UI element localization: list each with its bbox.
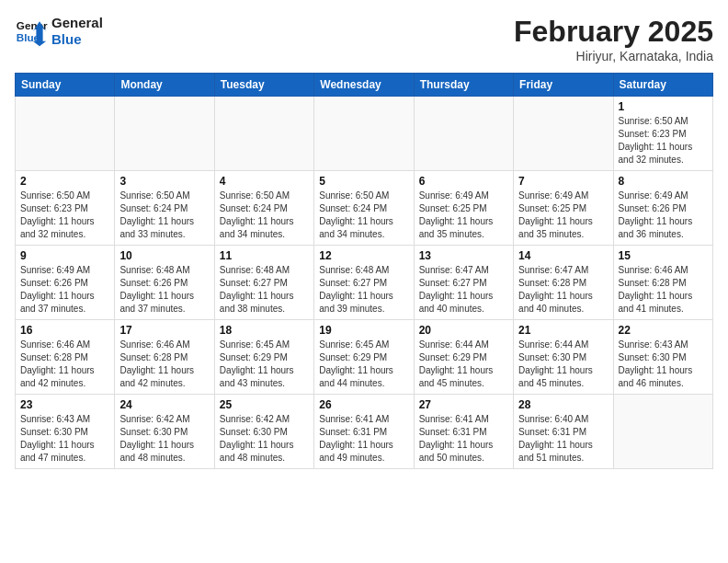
calendar-week-row: 2Sunrise: 6:50 AM Sunset: 6:23 PM Daylig… [16, 171, 713, 246]
day-info: Sunrise: 6:44 AM Sunset: 6:29 PM Dayligh… [419, 339, 508, 390]
day-of-week-header: Tuesday [214, 74, 313, 97]
logo-blue-text: Blue [51, 31, 103, 48]
day-info: Sunrise: 6:50 AM Sunset: 6:24 PM Dayligh… [220, 190, 309, 241]
calendar-cell: 25Sunrise: 6:42 AM Sunset: 6:30 PM Dayli… [214, 395, 313, 469]
calendar-cell: 15Sunrise: 6:46 AM Sunset: 6:28 PM Dayli… [613, 246, 712, 320]
day-of-week-header: Wednesday [314, 74, 414, 97]
calendar-cell [613, 395, 712, 469]
calendar-cell [214, 97, 313, 171]
calendar-cell: 14Sunrise: 6:47 AM Sunset: 6:28 PM Dayli… [514, 246, 613, 320]
day-number: 7 [518, 175, 608, 188]
calendar-week-row: 23Sunrise: 6:43 AM Sunset: 6:30 PM Dayli… [16, 395, 713, 469]
calendar-cell [16, 97, 115, 171]
day-info: Sunrise: 6:42 AM Sunset: 6:30 PM Dayligh… [220, 413, 309, 465]
day-number: 12 [319, 249, 408, 262]
day-info: Sunrise: 6:41 AM Sunset: 6:31 PM Dayligh… [419, 413, 508, 465]
day-number: 24 [119, 398, 209, 411]
day-number: 17 [119, 324, 209, 337]
day-number: 8 [619, 175, 708, 188]
calendar-table: SundayMondayTuesdayWednesdayThursdayFrid… [15, 73, 713, 469]
logo-general-text: General [51, 15, 103, 31]
calendar-cell: 2Sunrise: 6:50 AM Sunset: 6:23 PM Daylig… [16, 171, 115, 246]
calendar-cell: 10Sunrise: 6:48 AM Sunset: 6:26 PM Dayli… [115, 246, 214, 320]
day-info: Sunrise: 6:50 AM Sunset: 6:23 PM Dayligh… [619, 115, 708, 167]
calendar-cell: 3Sunrise: 6:50 AM Sunset: 6:24 PM Daylig… [115, 171, 214, 246]
day-of-week-header: Saturday [613, 74, 712, 97]
day-info: Sunrise: 6:48 AM Sunset: 6:27 PM Dayligh… [319, 264, 408, 316]
calendar-cell: 12Sunrise: 6:48 AM Sunset: 6:27 PM Dayli… [314, 246, 414, 320]
title-block: February 2025 Hiriyur, Karnataka, India [514, 15, 713, 63]
month-title: February 2025 [514, 15, 713, 49]
calendar-cell [115, 97, 214, 171]
calendar-cell: 11Sunrise: 6:48 AM Sunset: 6:27 PM Dayli… [214, 246, 313, 320]
day-info: Sunrise: 6:50 AM Sunset: 6:24 PM Dayligh… [319, 190, 408, 241]
calendar-cell: 4Sunrise: 6:50 AM Sunset: 6:24 PM Daylig… [214, 171, 313, 246]
calendar-cell: 8Sunrise: 6:49 AM Sunset: 6:26 PM Daylig… [613, 171, 712, 246]
day-number: 18 [220, 324, 309, 337]
day-number: 13 [419, 249, 508, 262]
day-info: Sunrise: 6:46 AM Sunset: 6:28 PM Dayligh… [619, 264, 708, 316]
day-info: Sunrise: 6:49 AM Sunset: 6:25 PM Dayligh… [518, 190, 608, 241]
day-info: Sunrise: 6:43 AM Sunset: 6:30 PM Dayligh… [619, 339, 708, 390]
day-number: 16 [20, 324, 109, 337]
page-header: General Blue General Blue February 2025 … [15, 15, 713, 63]
calendar-cell: 24Sunrise: 6:42 AM Sunset: 6:30 PM Dayli… [115, 395, 214, 469]
day-number: 5 [319, 175, 408, 188]
day-info: Sunrise: 6:45 AM Sunset: 6:29 PM Dayligh… [220, 339, 309, 390]
day-info: Sunrise: 6:41 AM Sunset: 6:31 PM Dayligh… [319, 413, 408, 465]
day-number: 28 [518, 398, 608, 411]
calendar-cell: 22Sunrise: 6:43 AM Sunset: 6:30 PM Dayli… [613, 320, 712, 395]
calendar-cell [514, 97, 613, 171]
calendar-cell: 7Sunrise: 6:49 AM Sunset: 6:25 PM Daylig… [514, 171, 613, 246]
calendar-week-row: 1Sunrise: 6:50 AM Sunset: 6:23 PM Daylig… [16, 97, 713, 171]
calendar-cell: 6Sunrise: 6:49 AM Sunset: 6:25 PM Daylig… [414, 171, 513, 246]
day-info: Sunrise: 6:46 AM Sunset: 6:28 PM Dayligh… [119, 339, 209, 390]
calendar-cell: 13Sunrise: 6:47 AM Sunset: 6:27 PM Dayli… [414, 246, 513, 320]
day-info: Sunrise: 6:47 AM Sunset: 6:27 PM Dayligh… [419, 264, 508, 316]
day-info: Sunrise: 6:42 AM Sunset: 6:30 PM Dayligh… [119, 413, 209, 465]
logo-icon: General Blue [15, 15, 48, 48]
calendar-cell: 26Sunrise: 6:41 AM Sunset: 6:31 PM Dayli… [314, 395, 414, 469]
day-number: 15 [619, 249, 708, 262]
calendar-cell: 19Sunrise: 6:45 AM Sunset: 6:29 PM Dayli… [314, 320, 414, 395]
day-number: 4 [220, 175, 309, 188]
day-number: 22 [619, 324, 708, 337]
logo: General Blue General Blue [15, 15, 103, 48]
day-number: 27 [419, 398, 508, 411]
calendar-cell: 18Sunrise: 6:45 AM Sunset: 6:29 PM Dayli… [214, 320, 313, 395]
calendar-cell: 9Sunrise: 6:49 AM Sunset: 6:26 PM Daylig… [16, 246, 115, 320]
day-of-week-header: Sunday [16, 74, 115, 97]
calendar-cell: 23Sunrise: 6:43 AM Sunset: 6:30 PM Dayli… [16, 395, 115, 469]
day-number: 6 [419, 175, 508, 188]
calendar-cell [414, 97, 513, 171]
calendar-cell: 16Sunrise: 6:46 AM Sunset: 6:28 PM Dayli… [16, 320, 115, 395]
day-number: 20 [419, 324, 508, 337]
calendar-cell: 20Sunrise: 6:44 AM Sunset: 6:29 PM Dayli… [414, 320, 513, 395]
day-info: Sunrise: 6:49 AM Sunset: 6:26 PM Dayligh… [619, 190, 708, 241]
day-info: Sunrise: 6:50 AM Sunset: 6:24 PM Dayligh… [119, 190, 209, 241]
day-number: 2 [20, 175, 109, 188]
calendar-cell: 5Sunrise: 6:50 AM Sunset: 6:24 PM Daylig… [314, 171, 414, 246]
day-info: Sunrise: 6:50 AM Sunset: 6:23 PM Dayligh… [20, 190, 109, 241]
day-info: Sunrise: 6:47 AM Sunset: 6:28 PM Dayligh… [518, 264, 608, 316]
day-info: Sunrise: 6:49 AM Sunset: 6:25 PM Dayligh… [419, 190, 508, 241]
day-info: Sunrise: 6:43 AM Sunset: 6:30 PM Dayligh… [20, 413, 109, 465]
svg-text:General: General [17, 19, 48, 31]
day-number: 9 [20, 249, 109, 262]
day-info: Sunrise: 6:45 AM Sunset: 6:29 PM Dayligh… [319, 339, 408, 390]
calendar-week-row: 9Sunrise: 6:49 AM Sunset: 6:26 PM Daylig… [16, 246, 713, 320]
location-text: Hiriyur, Karnataka, India [514, 49, 713, 63]
calendar-cell: 21Sunrise: 6:44 AM Sunset: 6:30 PM Dayli… [514, 320, 613, 395]
day-info: Sunrise: 6:48 AM Sunset: 6:26 PM Dayligh… [119, 264, 209, 316]
calendar-cell: 28Sunrise: 6:40 AM Sunset: 6:31 PM Dayli… [514, 395, 613, 469]
day-info: Sunrise: 6:44 AM Sunset: 6:30 PM Dayligh… [518, 339, 608, 390]
day-number: 3 [119, 175, 209, 188]
day-number: 25 [220, 398, 309, 411]
day-number: 21 [518, 324, 608, 337]
day-of-week-header: Monday [115, 74, 214, 97]
calendar-cell: 17Sunrise: 6:46 AM Sunset: 6:28 PM Dayli… [115, 320, 214, 395]
day-number: 19 [319, 324, 408, 337]
calendar-cell [314, 97, 414, 171]
day-number: 14 [518, 249, 608, 262]
day-number: 11 [220, 249, 309, 262]
